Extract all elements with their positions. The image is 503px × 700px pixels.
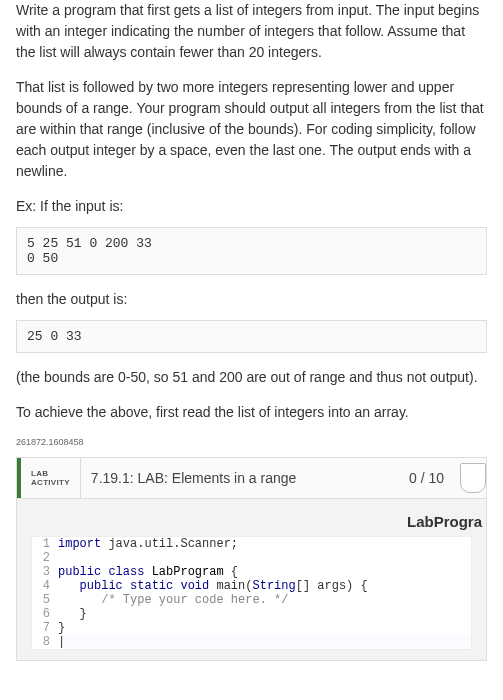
line-number: 7	[32, 621, 58, 635]
code-line: public static void main(String[] args) {	[58, 579, 471, 593]
lab-header: LAB ACTIVITY 7.19.1: LAB: Elements in a …	[17, 457, 486, 499]
code-line: }	[58, 607, 471, 621]
file-name: LabProgra	[17, 513, 486, 536]
lab-title: 7.19.1: LAB: Elements in a range	[80, 458, 399, 498]
lab-activity-box: LAB ACTIVITY 7.19.1: LAB: Elements in a …	[16, 457, 487, 661]
lab-score: 0 / 10	[399, 458, 454, 498]
example-label: Ex: If the input is:	[16, 196, 487, 217]
lab-badge: LAB ACTIVITY	[17, 458, 80, 498]
output-code-box: 25 0 33	[16, 320, 487, 353]
editor-area: LabProgra 1import java.util.Scanner; 2 3…	[17, 499, 486, 660]
line-number: 3	[32, 565, 58, 579]
code-line: import java.util.Scanner;	[58, 537, 471, 551]
line-number: 4	[32, 579, 58, 593]
input-code-box: 5 25 51 0 200 33 0 50	[16, 227, 487, 275]
code-line: |	[58, 635, 471, 649]
line-number: 5	[32, 593, 58, 607]
line-number: 6	[32, 607, 58, 621]
paragraph-1: Write a program that first gets a list o…	[16, 0, 487, 63]
shield-icon	[460, 463, 486, 493]
then-label: then the output is:	[16, 289, 487, 310]
lab-badge-line1: LAB	[31, 469, 70, 478]
question-id: 261872.1608458	[16, 437, 487, 447]
code-line	[58, 551, 471, 565]
paragraph-3: (the bounds are 0-50, so 51 and 200 are …	[16, 367, 487, 388]
line-number: 2	[32, 551, 58, 565]
line-number: 8	[32, 635, 58, 649]
code-line: /* Type your code here. */	[58, 593, 471, 607]
code-line: public class LabProgram {	[58, 565, 471, 579]
line-number: 1	[32, 537, 58, 551]
code-editor[interactable]: 1import java.util.Scanner; 2 3public cla…	[31, 536, 472, 650]
lab-badge-line2: ACTIVITY	[31, 478, 70, 487]
code-line: }	[58, 621, 471, 635]
paragraph-2: That list is followed by two more intege…	[16, 77, 487, 182]
paragraph-4: To achieve the above, first read the lis…	[16, 402, 487, 423]
